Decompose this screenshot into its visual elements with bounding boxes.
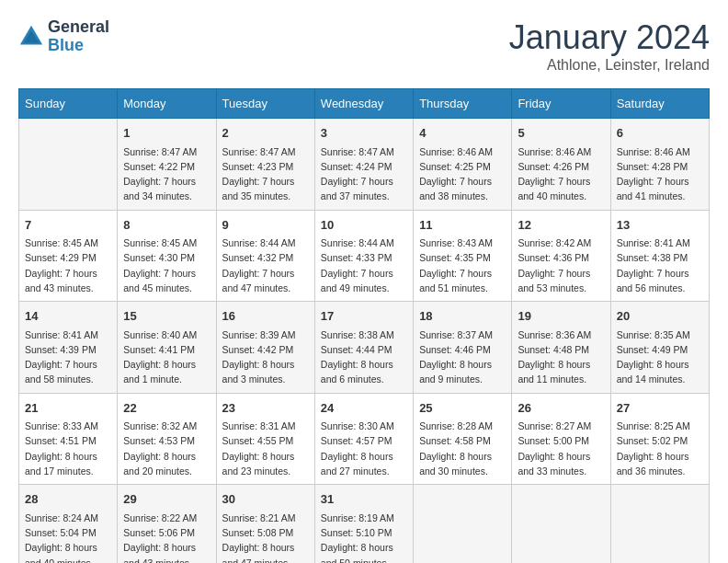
- calendar-cell: [610, 485, 709, 563]
- day-info: Sunrise: 8:41 AMSunset: 4:39 PMDaylight:…: [25, 327, 111, 387]
- calendar-cell: [19, 119, 118, 211]
- calendar-table: SundayMondayTuesdayWednesdayThursdayFrid…: [18, 88, 710, 563]
- day-info: Sunrise: 8:45 AMSunset: 4:30 PMDaylight:…: [123, 236, 210, 295]
- calendar-cell: 2Sunrise: 8:47 AMSunset: 4:23 PMDaylight…: [216, 119, 314, 211]
- calendar-cell: 22Sunrise: 8:32 AMSunset: 4:53 PMDayligh…: [118, 393, 216, 485]
- day-number: 10: [321, 216, 407, 235]
- day-info: Sunrise: 8:25 AMSunset: 5:02 PMDaylight:…: [617, 419, 703, 478]
- day-number: 16: [222, 307, 309, 326]
- day-info: Sunrise: 8:42 AMSunset: 4:36 PMDaylight:…: [518, 236, 604, 295]
- day-number: 2: [222, 124, 309, 143]
- calendar-week-row: 14Sunrise: 8:41 AMSunset: 4:39 PMDayligh…: [19, 302, 710, 394]
- calendar-week-row: 1Sunrise: 8:47 AMSunset: 4:22 PMDaylight…: [19, 119, 710, 211]
- day-number: 15: [123, 307, 210, 326]
- calendar-cell: 25Sunrise: 8:28 AMSunset: 4:58 PMDayligh…: [414, 393, 512, 485]
- day-number: 14: [25, 307, 111, 326]
- calendar-cell: 30Sunrise: 8:21 AMSunset: 5:08 PMDayligh…: [216, 485, 314, 563]
- logo-text: General Blue: [48, 18, 109, 55]
- weekday-header-saturday: Saturday: [610, 89, 709, 119]
- weekday-header-friday: Friday: [512, 89, 610, 119]
- calendar-cell: 24Sunrise: 8:30 AMSunset: 4:57 PMDayligh…: [314, 393, 413, 485]
- day-number: 7: [25, 216, 111, 235]
- day-number: 27: [617, 399, 703, 418]
- day-info: Sunrise: 8:40 AMSunset: 4:41 PMDaylight:…: [123, 327, 210, 387]
- day-number: 3: [321, 124, 407, 143]
- day-number: 24: [321, 399, 407, 418]
- weekday-header-wednesday: Wednesday: [314, 89, 413, 119]
- calendar-cell: 1Sunrise: 8:47 AMSunset: 4:22 PMDaylight…: [118, 119, 216, 211]
- day-info: Sunrise: 8:38 AMSunset: 4:44 PMDaylight:…: [321, 327, 407, 387]
- day-number: 21: [25, 399, 111, 418]
- day-info: Sunrise: 8:46 AMSunset: 4:25 PMDaylight:…: [419, 144, 506, 204]
- day-info: Sunrise: 8:41 AMSunset: 4:38 PMDaylight:…: [617, 236, 703, 295]
- calendar-cell: 15Sunrise: 8:40 AMSunset: 4:41 PMDayligh…: [118, 302, 216, 394]
- logo: General Blue: [18, 18, 109, 55]
- weekday-header-sunday: Sunday: [19, 89, 118, 119]
- day-number: 18: [419, 307, 506, 326]
- weekday-header-tuesday: Tuesday: [216, 89, 314, 119]
- calendar-cell: 11Sunrise: 8:43 AMSunset: 4:35 PMDayligh…: [414, 210, 512, 302]
- day-info: Sunrise: 8:39 AMSunset: 4:42 PMDaylight:…: [222, 327, 309, 387]
- calendar-cell: 4Sunrise: 8:46 AMSunset: 4:25 PMDaylight…: [414, 119, 512, 211]
- calendar-week-row: 7Sunrise: 8:45 AMSunset: 4:29 PMDaylight…: [19, 210, 710, 302]
- calendar-cell: 26Sunrise: 8:27 AMSunset: 5:00 PMDayligh…: [512, 393, 610, 485]
- calendar-cell: [512, 485, 610, 563]
- calendar-cell: 13Sunrise: 8:41 AMSunset: 4:38 PMDayligh…: [610, 210, 709, 302]
- day-number: 5: [518, 124, 604, 143]
- day-info: Sunrise: 8:28 AMSunset: 4:58 PMDaylight:…: [419, 419, 506, 478]
- day-number: 20: [617, 307, 703, 326]
- day-info: Sunrise: 8:47 AMSunset: 4:24 PMDaylight:…: [321, 144, 407, 204]
- page-header: General Blue January 2024 Athlone, Leins…: [18, 18, 710, 74]
- day-number: 4: [419, 124, 506, 143]
- day-info: Sunrise: 8:21 AMSunset: 5:08 PMDaylight:…: [222, 511, 309, 563]
- calendar-week-row: 21Sunrise: 8:33 AMSunset: 4:51 PMDayligh…: [19, 393, 710, 485]
- day-number: 12: [518, 216, 604, 235]
- day-info: Sunrise: 8:45 AMSunset: 4:29 PMDaylight:…: [25, 236, 111, 295]
- calendar-cell: 7Sunrise: 8:45 AMSunset: 4:29 PMDaylight…: [19, 210, 118, 302]
- calendar-cell: 5Sunrise: 8:46 AMSunset: 4:26 PMDaylight…: [512, 119, 610, 211]
- calendar-cell: 9Sunrise: 8:44 AMSunset: 4:32 PMDaylight…: [216, 210, 314, 302]
- day-info: Sunrise: 8:46 AMSunset: 4:28 PMDaylight:…: [617, 144, 703, 204]
- day-number: 9: [222, 216, 309, 235]
- day-info: Sunrise: 8:32 AMSunset: 4:53 PMDaylight:…: [123, 419, 210, 478]
- day-number: 31: [321, 490, 407, 509]
- calendar-cell: 18Sunrise: 8:37 AMSunset: 4:46 PMDayligh…: [414, 302, 512, 394]
- day-info: Sunrise: 8:36 AMSunset: 4:48 PMDaylight:…: [518, 327, 604, 387]
- day-info: Sunrise: 8:22 AMSunset: 5:06 PMDaylight:…: [123, 511, 210, 563]
- day-info: Sunrise: 8:47 AMSunset: 4:23 PMDaylight:…: [222, 144, 309, 204]
- calendar-cell: 19Sunrise: 8:36 AMSunset: 4:48 PMDayligh…: [512, 302, 610, 394]
- day-info: Sunrise: 8:19 AMSunset: 5:10 PMDaylight:…: [321, 511, 407, 563]
- day-info: Sunrise: 8:37 AMSunset: 4:46 PMDaylight:…: [419, 327, 506, 387]
- day-info: Sunrise: 8:44 AMSunset: 4:32 PMDaylight:…: [222, 236, 309, 295]
- weekday-header-monday: Monday: [118, 89, 216, 119]
- calendar-cell: 16Sunrise: 8:39 AMSunset: 4:42 PMDayligh…: [216, 302, 314, 394]
- day-info: Sunrise: 8:24 AMSunset: 5:04 PMDaylight:…: [25, 511, 111, 563]
- location-subtitle: Athlone, Leinster, Ireland: [509, 57, 710, 74]
- day-info: Sunrise: 8:46 AMSunset: 4:26 PMDaylight:…: [518, 144, 604, 204]
- day-info: Sunrise: 8:31 AMSunset: 4:55 PMDaylight:…: [222, 419, 309, 478]
- day-info: Sunrise: 8:43 AMSunset: 4:35 PMDaylight:…: [419, 236, 506, 295]
- calendar-cell: 10Sunrise: 8:44 AMSunset: 4:33 PMDayligh…: [314, 210, 413, 302]
- calendar-week-row: 28Sunrise: 8:24 AMSunset: 5:04 PMDayligh…: [19, 485, 710, 563]
- weekday-header-row: SundayMondayTuesdayWednesdayThursdayFrid…: [19, 89, 710, 119]
- day-number: 28: [25, 490, 111, 509]
- day-info: Sunrise: 8:33 AMSunset: 4:51 PMDaylight:…: [25, 419, 111, 478]
- day-number: 13: [617, 216, 703, 235]
- calendar-cell: 23Sunrise: 8:31 AMSunset: 4:55 PMDayligh…: [216, 393, 314, 485]
- weekday-header-thursday: Thursday: [414, 89, 512, 119]
- day-number: 1: [123, 124, 210, 143]
- day-number: 8: [123, 216, 210, 235]
- logo-general: General: [48, 17, 109, 36]
- day-number: 30: [222, 490, 309, 509]
- calendar-cell: 3Sunrise: 8:47 AMSunset: 4:24 PMDaylight…: [314, 119, 413, 211]
- day-number: 22: [123, 399, 210, 418]
- day-info: Sunrise: 8:44 AMSunset: 4:33 PMDaylight:…: [321, 236, 407, 295]
- title-section: January 2024 Athlone, Leinster, Ireland: [509, 18, 710, 74]
- day-number: 25: [419, 399, 506, 418]
- calendar-cell: [414, 485, 512, 563]
- day-info: Sunrise: 8:30 AMSunset: 4:57 PMDaylight:…: [321, 419, 407, 478]
- day-info: Sunrise: 8:27 AMSunset: 5:00 PMDaylight:…: [518, 419, 604, 478]
- logo-blue: Blue: [48, 36, 84, 54]
- day-number: 29: [123, 490, 210, 509]
- calendar-cell: 28Sunrise: 8:24 AMSunset: 5:04 PMDayligh…: [19, 485, 118, 563]
